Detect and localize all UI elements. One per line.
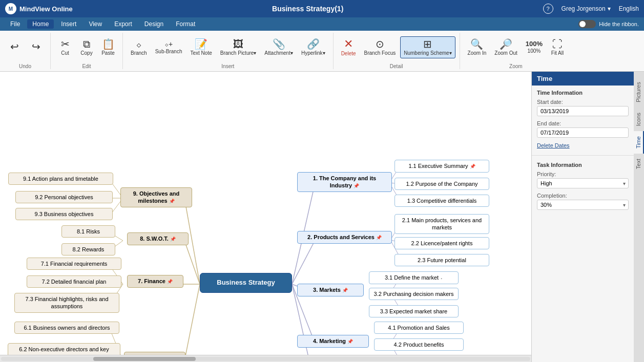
branch-2-label: 2. Products and Services [307,234,375,240]
hide-ribbon-toggle[interactable] [578,20,596,28]
branch-1-2[interactable]: 1.2 Purpose of the Company [394,178,489,190]
menu-item-home[interactable]: Home [27,19,54,29]
branch-1-1[interactable]: 1.1 Executive Summary📌 [394,160,489,173]
redo-icon: ↪ [32,41,40,52]
start-date-field: Start date: [537,99,629,116]
branch-node-1[interactable]: 1. The Company and its Industry📌 [297,172,392,192]
branch-picture-icon: 🖼 [233,39,243,49]
paste-button[interactable]: 📋 Paste [98,36,118,58]
branch-3-3[interactable]: 3.3 Expected market share [369,305,459,317]
b1-1-pin: 📌 [470,164,475,169]
branch-picture-button[interactable]: 🖼 Branch Picture▾ [217,36,260,58]
cut-button[interactable]: ✂ Cut [55,36,75,58]
branch-4-1[interactable]: 4.1 Promotion and Sales [374,322,464,334]
branch-8-1[interactable]: 8.1 Risks [61,225,115,238]
menu-bar: File Home Insert View Export Design Form… [0,17,644,31]
insert-group-label: Insert [221,61,234,69]
branch-9-1[interactable]: 9.1 Action plans and timetable [8,173,113,185]
branch-9-3[interactable]: 9.3 Business objectives [15,208,113,220]
branch-focus-button[interactable]: ⊙ Branch Focus [361,36,400,58]
text-note-button[interactable]: 📝 Text Note [187,36,216,58]
branch-button[interactable]: ⬦ Branch [127,36,151,58]
numbering-scheme-icon: ⊞ [423,39,432,49]
sub-branch-button[interactable]: ⬦+ Sub-Branch [152,38,186,57]
end-date-input[interactable] [537,127,629,138]
undo-group-label: Undo [19,61,31,69]
branch-1-3[interactable]: 1.3 Competitive differentials [394,195,489,207]
branch-2-2[interactable]: 2.2 Licence/patent rights [394,237,489,249]
branch-2-3[interactable]: 2.3 Future potential [394,254,489,266]
branch-3-3-label: 3.3 Expected market share [380,308,447,314]
toggle-knob [579,21,586,27]
branch-node-2[interactable]: 2. Products and Services📌 [297,231,392,244]
hyperlink-button[interactable]: 🔗 Hyperlink▾ [298,36,329,58]
tab-text[interactable]: Text [634,154,644,174]
ribbon-group-insert: ⬦ Branch ⬦+ Sub-Branch 📝 Text Note 🖼 Bra… [123,33,334,69]
tab-time[interactable]: Time [634,131,644,154]
text-note-icon: 📝 [195,39,207,49]
tab-pictures[interactable]: Pictures [634,77,644,108]
zoom-in-button[interactable]: 🔍 Zoom In [464,36,490,58]
branch-node-6[interactable]: 6. Management📌 [124,352,185,355]
central-node[interactable]: Business Strategy [200,273,292,293]
menu-item-export[interactable]: Export [109,19,137,29]
menu-item-insert[interactable]: Insert [56,19,81,29]
branch-node-9[interactable]: 9. Objectives and milestones📌 [120,187,192,207]
branch-3-2[interactable]: 3.2 Purchasing decision makers [369,288,459,300]
scrollbar-track [1,357,530,361]
mind-map-canvas[interactable]: Business Strategy 1. The Company and its… [0,72,531,355]
panel-content: Time Time Information Start date: End da… [532,72,634,362]
numbering-scheme-button[interactable]: ⊞ Numbering Scheme▾ [400,36,455,58]
branch-9-2[interactable]: 9.2 Personal objectives [15,191,113,203]
branch-8-2[interactable]: 8.2 Rewards [61,243,115,255]
branch-7-1[interactable]: 7.1 Financial requirements [27,258,121,270]
branch-3-1[interactable]: 3.1 Define the market⬩ [369,271,459,284]
b3-pin: 📌 [342,288,348,293]
branch-node-4[interactable]: 4. Marketing📌 [297,335,369,348]
menu-item-format[interactable]: Format [171,19,200,29]
branch-node-3[interactable]: 3. Markets📌 [297,284,364,296]
start-date-input[interactable] [537,106,629,116]
completion-select[interactable]: 0% 10% 20% 30% 40% 50% 60% 70% 80% 90% 1… [537,200,629,210]
tab-icons[interactable]: Icons [634,108,644,131]
document-title: Business Strategy(1) [272,5,343,13]
scrollbar-thumb[interactable] [93,357,196,361]
branch-2-1[interactable]: 2.1 Main products, services and markets [394,214,489,234]
zoom-100-button[interactable]: 100% 100% [522,38,546,56]
menu-item-file[interactable]: File [5,19,25,29]
hide-ribbon-control: Hide the ribbon. [578,20,639,28]
zoom-100-label: 100% [528,48,541,54]
branch-picture-label: Branch Picture▾ [220,50,257,56]
svg-line-38 [184,284,200,355]
language-selector[interactable]: English [619,5,639,12]
branch-6-2[interactable]: 6.2 Non-executive directors and key mana… [8,343,120,355]
app-logo: M MindView Online [5,3,73,14]
priority-select[interactable]: High Medium Low [537,178,629,188]
branch-4-2[interactable]: 4.2 Product benefits [374,338,464,351]
branch-3-label: 3. Markets [313,287,341,293]
user-menu[interactable]: Greg Jorgenson ▾ [562,5,611,12]
copy-button[interactable]: ⧉ Copy [76,36,97,58]
zoom-out-button[interactable]: 🔎 Zoom Out [491,36,521,58]
redo-button[interactable]: ↪ [26,39,46,55]
branch-9-3-label: 9.3 Business objectives [35,211,94,217]
branch-6-1-label: 6.1 Business owners and directors [24,325,110,331]
main-content: Business Strategy 1. The Company and its… [0,72,644,362]
branch-6-1[interactable]: 6.1 Business owners and directors [14,322,119,334]
attachment-button[interactable]: 📎 Attachment▾ [261,36,297,58]
undo-button[interactable]: ↩ [4,39,25,55]
menu-item-view[interactable]: View [84,19,107,29]
horizontal-scrollbar[interactable] [0,355,531,362]
branch-7-2[interactable]: 7.2 Detailed financial plan [27,275,121,288]
right-panel: Time Time Information Start date: End da… [531,72,644,362]
menu-item-design[interactable]: Design [139,19,169,29]
help-button[interactable]: ? [543,4,553,14]
delete-dates-link[interactable]: Delete Dates [537,142,570,148]
branch-node-8[interactable]: 8. S.W.O.T.📌 [127,232,189,245]
branch-8-label: 8. S.W.O.T. [140,236,169,242]
fit-all-button[interactable]: ⛶ Fit All [547,36,568,58]
branch-7-3[interactable]: 7.3 Financial highlights, risks and assu… [14,293,119,313]
delete-button[interactable]: ✕ Delete [338,36,360,59]
branch-node-7[interactable]: 7. Finance📌 [127,275,183,288]
task-info-title: Task Information [537,162,629,168]
